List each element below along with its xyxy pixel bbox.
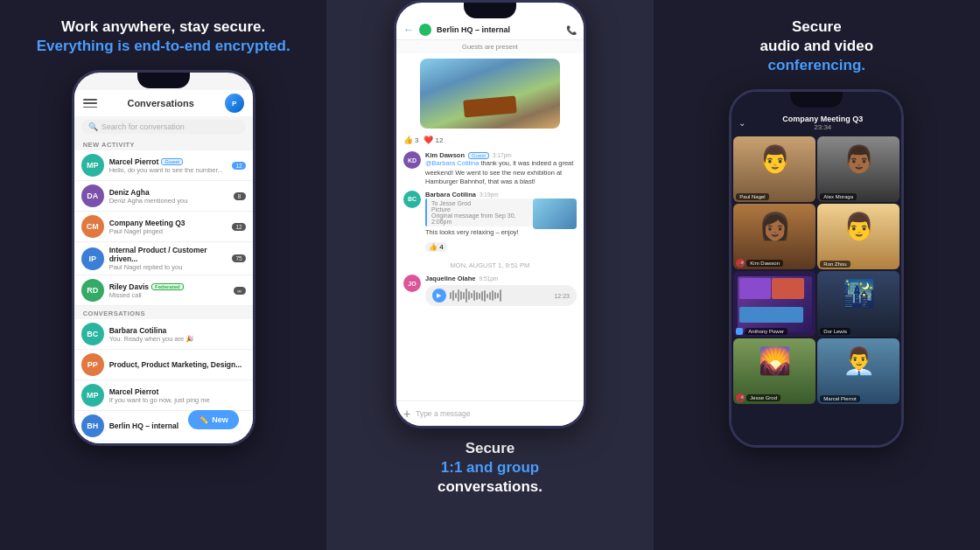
list-item[interactable]: CM Company Meeting Q3 Paul Nagel pinged … <box>74 212 253 242</box>
conv-text: Marcel Pierrot Guest Hello, do you want … <box>109 157 228 174</box>
chat-image-preview <box>420 59 560 129</box>
hamburger-icon[interactable] <box>83 99 97 108</box>
message-reaction[interactable]: 👍 4 <box>425 242 447 252</box>
list-item[interactable]: BC Barbara Cotilina You: Ready when you … <box>74 319 253 350</box>
participant-name: Kim Dawson <box>746 260 783 267</box>
guest-tag: Guest <box>161 158 183 165</box>
video-cell: 🌃 Dor Lewis <box>817 271 900 337</box>
list-item[interactable]: PP Product, Product Marketing, Design... <box>74 350 253 380</box>
play-button[interactable]: ▶ <box>432 289 446 303</box>
list-item[interactable]: RD Riley Davis @deniz.agha <box>74 442 253 443</box>
conv-name: Marcel Pierrot Guest <box>109 157 228 166</box>
mic-off-icon: 🎤 <box>736 393 745 402</box>
video-cell: 👨 Ron Zhou <box>817 204 900 269</box>
video-cell: 👩🏾 🎤 Kim Dawson <box>733 204 816 269</box>
message-header: Kim Dawson Guest 3:17pm <box>425 151 577 159</box>
participant-name: Anthony Power <box>745 328 788 335</box>
message-sender: Jaqueline Olahe <box>425 275 476 282</box>
center-heading-white2: conversations. <box>438 477 542 497</box>
video-cell: 👨🏾 Alex Moraga <box>817 136 900 202</box>
left-heading-blue: Everything is end-to-end encrypted. <box>37 37 290 56</box>
avatar: BC <box>81 323 104 345</box>
avatar: CM <box>81 215 104 238</box>
user-avatar[interactable]: P <box>225 94 244 113</box>
message-header: Jaqueline Olahe 9:51pm <box>425 275 577 282</box>
reply-image <box>533 198 577 229</box>
conv-text: Internal Product / Customer driven... Pa… <box>109 246 228 271</box>
chat-messages: KD Kim Dawson Guest 3:17pm @Barbara Coti… <box>396 148 584 400</box>
badge: 8 <box>234 192 246 200</box>
meeting-time: 23:34 <box>751 123 894 131</box>
right-heading-blue: conferencing. <box>760 56 873 75</box>
person-face: 👨🏾 <box>843 143 875 174</box>
conv-preview: Deniz Agha mentioned you <box>109 197 228 205</box>
panel-center: ← Berlin HQ – internal 📞 Guests are pres… <box>326 0 653 550</box>
badge: 12 <box>232 223 245 231</box>
date-separator: MON, AUGUST 1, 9:51 PM <box>403 256 577 271</box>
new-button[interactable]: ✏️ New <box>188 410 239 429</box>
video-cell: 🌄 🎤 Jesse Grod <box>733 338 816 404</box>
message-time: 3:19pm <box>480 191 499 198</box>
conv-name: Company Meeting Q3 <box>109 219 228 227</box>
chevron-down-icon[interactable]: ⌄ <box>738 118 746 128</box>
list-item[interactable]: RD Riley Davis Federated Missed call ∞ <box>74 275 253 306</box>
participant-name: Alex Moraga <box>820 193 857 200</box>
search-icon: 🔍 <box>88 122 98 131</box>
conversations-screen: Conversations P 🔍 Search for conversatio… <box>74 73 253 443</box>
list-item[interactable]: DA Deniz Agha Deniz Agha mentioned you 8 <box>74 181 253 212</box>
list-item[interactable]: IP Internal Product / Customer driven...… <box>74 242 253 275</box>
screenshare-preview <box>738 276 812 332</box>
audio-duration: 12:23 <box>554 293 570 299</box>
reaction-thumbs[interactable]: 👍3 <box>403 136 418 144</box>
chat-room-name: Berlin HQ – internal <box>437 25 561 34</box>
conv-preview: If you want to go now, just ping me <box>109 396 246 404</box>
conv-header: Conversations P <box>74 90 253 116</box>
conv-text: Product, Product Marketing, Design... <box>109 360 246 369</box>
chat-message: BC Barbara Cotilina 3:19pm To Jesse Grod… <box>403 191 577 254</box>
conv-name: Internal Product / Customer driven... <box>109 246 228 263</box>
meeting-title: Company Meeting Q3 <box>751 115 894 123</box>
room-status-indicator <box>419 24 431 36</box>
badge: 75 <box>232 254 245 262</box>
chat-input-bar: + Type a message <box>396 400 584 426</box>
phone-icon[interactable]: 📞 <box>566 25 577 35</box>
video-cell-screenshare: Anthony Power <box>733 271 816 337</box>
participant-name: Jesse Grod <box>746 394 780 401</box>
video-cell: 👨‍💼 Marcel Pierrot <box>817 338 900 404</box>
conv-text: Company Meeting Q3 Paul Nagel pinged <box>109 219 228 235</box>
attachment-icon[interactable]: + <box>403 407 410 421</box>
list-item[interactable]: MP Marcel Pierrot Guest Hello, do you wa… <box>74 150 253 181</box>
person-face: 👨‍💼 <box>843 345 875 376</box>
chat-screen: ← Berlin HQ – internal 📞 Guests are pres… <box>396 3 584 426</box>
message-text: @Barbara Cotilina thank you, it was inde… <box>425 159 577 187</box>
audio-message[interactable]: ▶ <box>425 285 577 306</box>
conv-preview: Paul Nagel pinged <box>109 227 228 235</box>
reaction-heart[interactable]: ❤️12 <box>424 136 443 144</box>
avatar: BC <box>403 191 421 208</box>
conv-search[interactable]: 🔍 Search for conversation <box>81 120 246 134</box>
back-arrow-icon[interactable]: ← <box>403 24 414 36</box>
video-cell: 👨 Paul Nagel <box>733 136 816 202</box>
screenshare-icon <box>736 328 743 335</box>
message-content: Barbara Cotilina 3:19pm To Jesse GrodPic… <box>425 191 577 254</box>
conversations-label: CONVERSATIONS <box>74 306 253 319</box>
chat-message: KD Kim Dawson Guest 3:17pm @Barbara Coti… <box>403 151 577 187</box>
right-heading: Secure audio and video conferencing. <box>760 17 873 75</box>
list-item[interactable]: MP Marcel Pierrot If you want to go now,… <box>74 380 253 411</box>
new-activity-label: NEW ACTIVITY <box>74 137 253 150</box>
waveform <box>450 289 550 303</box>
conv-preview: You: Ready when you are 🎉 <box>109 335 246 343</box>
chat-input[interactable]: Type a message <box>416 409 577 418</box>
message-time: 3:17pm <box>493 152 512 158</box>
right-heading-white1: Secure <box>760 17 873 37</box>
participant-name: Ron Zhou <box>820 261 850 268</box>
person-face: 👨 <box>759 143 791 174</box>
badge: ∞ <box>234 287 246 295</box>
person-face: 👨 <box>843 211 875 241</box>
participant-name: Paul Nagel <box>736 193 768 200</box>
avatar: BH <box>81 414 104 437</box>
conv-text: Barbara Cotilina You: Ready when you are… <box>109 326 246 343</box>
chat-reactions: 👍3 ❤️12 <box>396 134 584 148</box>
conv-preview: Paul Nagel replied to you <box>109 263 228 271</box>
conv-name: Barbara Cotilina <box>109 326 246 335</box>
